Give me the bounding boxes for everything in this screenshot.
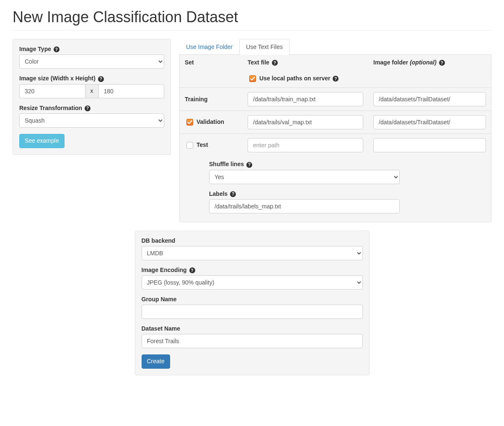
tab-image-folder[interactable]: Use Image Folder (179, 39, 239, 55)
image-size-label: Image size (Width x Height) ? (19, 75, 164, 82)
image-settings-panel: Image Type ? Color Image size (Width x H… (13, 39, 171, 155)
help-icon[interactable]: ? (272, 60, 278, 66)
help-icon[interactable]: ? (439, 60, 445, 66)
dataset-name-input[interactable] (142, 334, 363, 348)
divider (13, 30, 491, 31)
validation-folder-input[interactable] (373, 115, 486, 129)
validation-checkbox[interactable] (186, 119, 193, 126)
page-title: New Image Classification Dataset (13, 8, 491, 26)
image-type-label-text: Image Type (19, 46, 51, 52)
labels-input[interactable] (209, 199, 400, 213)
training-textfile-input[interactable] (248, 92, 363, 106)
dataset-name-label: Dataset Name (142, 325, 363, 332)
image-encoding-label: Image Encoding ? (142, 267, 363, 273)
shuffle-select[interactable]: Yes (209, 170, 400, 184)
tab-text-files[interactable]: Use Text Files (239, 39, 289, 55)
help-icon[interactable]: ? (333, 76, 339, 82)
set-table: Set Text file ? Image folder (optional) … (180, 55, 491, 157)
resize-label-text: Resize Transformation (19, 105, 82, 111)
help-icon[interactable]: ? (98, 76, 104, 82)
help-icon[interactable]: ? (189, 267, 195, 273)
test-folder-input[interactable] (373, 138, 486, 152)
dataset-source-panel: Use Image Folder Use Text Files Set Text… (179, 39, 491, 222)
test-textfile-input[interactable] (248, 138, 363, 152)
image-size-group: x (19, 84, 164, 98)
image-size-label-text: Image size (Width x Height) (19, 75, 96, 82)
output-settings-panel: DB backend LMDB Image Encoding ? JPEG (l… (135, 231, 370, 375)
image-type-label: Image Type ? (19, 46, 164, 52)
image-encoding-label-text: Image Encoding (142, 267, 187, 273)
size-x-label: x (85, 84, 98, 98)
help-icon[interactable]: ? (246, 162, 252, 168)
image-type-select[interactable]: Color (19, 54, 164, 69)
test-row-label: Test (196, 141, 208, 148)
use-local-paths-label[interactable]: Use local paths on server ? (248, 75, 339, 82)
training-row-label: Training (185, 96, 207, 103)
shuffle-label: Shuffle lines ? (209, 161, 400, 167)
labels-label: Labels ? (209, 190, 400, 197)
validation-row[interactable]: Validation (185, 118, 224, 125)
labels-label-text: Labels (209, 190, 227, 197)
image-encoding-select[interactable]: JPEG (lossy, 90% quality) (142, 275, 363, 290)
resize-select[interactable]: Squash (19, 113, 164, 128)
db-backend-select[interactable]: LMDB (142, 246, 363, 260)
help-icon[interactable]: ? (85, 105, 90, 111)
group-name-label: Group Name (142, 296, 363, 303)
training-folder-input[interactable] (373, 92, 486, 106)
text-files-tab-content: Set Text file ? Image folder (optional) … (179, 55, 491, 222)
see-example-button[interactable]: See example (19, 134, 65, 148)
validation-textfile-input[interactable] (248, 115, 363, 129)
help-icon[interactable]: ? (54, 46, 59, 52)
source-tabs: Use Image Folder Use Text Files (179, 39, 491, 55)
col-set-header: Set (180, 55, 243, 70)
test-checkbox[interactable] (186, 142, 193, 149)
group-name-input[interactable] (142, 305, 363, 319)
resize-label: Resize Transformation ? (19, 105, 164, 111)
width-input[interactable] (19, 84, 85, 98)
use-local-paths-checkbox[interactable] (249, 75, 256, 82)
create-button[interactable]: Create (142, 354, 170, 369)
height-input[interactable] (98, 84, 165, 98)
db-backend-label: DB backend (142, 237, 363, 244)
shuffle-label-text: Shuffle lines (209, 161, 244, 167)
col-imagefolder-header: Image folder (optional) ? (368, 55, 491, 70)
col-textfile-header: Text file ? (243, 55, 368, 70)
validation-row-label: Validation (196, 118, 224, 125)
test-row[interactable]: Test (185, 141, 208, 148)
help-icon[interactable]: ? (230, 191, 236, 197)
use-local-paths-text: Use local paths on server (259, 75, 331, 82)
